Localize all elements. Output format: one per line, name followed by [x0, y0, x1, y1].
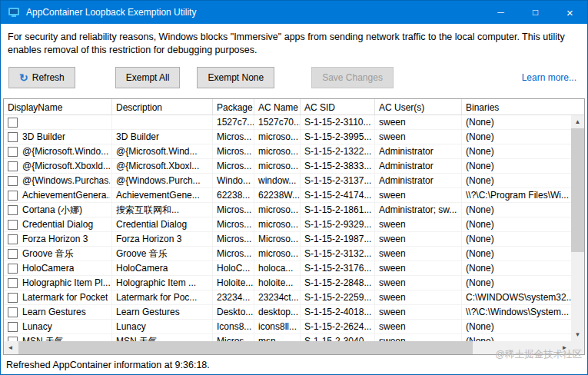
displayname-text: @{Microsoft.Windo... [22, 146, 108, 157]
row-checkbox[interactable] [8, 132, 18, 142]
refresh-button[interactable]: ↻ Refresh [8, 67, 75, 88]
table-cell: sween [375, 320, 462, 334]
table-cell: icons8ll... [254, 320, 301, 334]
scroll-up-icon[interactable]: ▲ [571, 115, 584, 128]
row-checkbox[interactable] [8, 264, 18, 274]
horizontal-scrollbar-thumb[interactable] [18, 341, 473, 354]
cell-displayname: Forza Horizon 3 [4, 232, 112, 246]
table-cell: sween [375, 276, 462, 290]
column-header-ac-sid[interactable]: AC SID [301, 99, 375, 114]
exempt-none-button[interactable]: Exempt None [197, 67, 274, 88]
column-header-package[interactable]: Package [213, 99, 254, 114]
minimize-button[interactable]: ─ [483, 1, 518, 24]
cell-displayname: 3D Builder [4, 130, 112, 144]
row-checkbox[interactable] [8, 205, 18, 215]
row-checkbox[interactable] [8, 191, 18, 201]
horizontal-scrollbar-track[interactable] [17, 341, 558, 354]
cell-displayname: MSN 天气 [4, 334, 112, 341]
table-cell: S-1-15-2-1861... [301, 203, 375, 217]
exempt-all-button[interactable]: Exempt All [115, 67, 181, 88]
column-header-displayname[interactable]: DisplayName [4, 99, 112, 114]
horizontal-scrollbar[interactable]: ◄ ► [4, 341, 571, 354]
displayname-text: Holographic Item Pl... [22, 277, 110, 288]
vertical-scrollbar[interactable]: ▲ ▼ [571, 115, 584, 341]
table-row[interactable]: Groove 音乐Groove 音乐Micros...microso...S-1… [4, 247, 571, 261]
table-row[interactable]: AchievementGenera...AchievementGene...62… [4, 188, 571, 203]
table-cell: Latermark for Poc... [112, 290, 213, 304]
displayname-text: MSN 天气 [22, 335, 64, 342]
table-row[interactable]: Credential DialogCredential DialogMicros… [4, 217, 571, 232]
table-row[interactable]: @{Windows.Purchas...@{Windows.Purch...Wi… [4, 174, 571, 188]
displayname-text: @{Microsoft.Xboxld... [22, 161, 110, 171]
displayname-text: AchievementGenera... [22, 190, 110, 201]
table-cell: S-1-15-2-1322... [301, 144, 375, 158]
table-cell: S-1-15-2-3137... [301, 174, 375, 188]
table-cell: \\?\C:\Windows\System... [462, 305, 571, 319]
row-checkbox[interactable] [8, 322, 18, 332]
table-cell: (None) [462, 261, 571, 275]
cell-displayname: Credential Dialog [4, 217, 112, 231]
table-cell [112, 115, 213, 129]
table-row[interactable]: MSN 天气MSN 天气Micros...msn...S-1-15-2-3040… [4, 334, 571, 341]
table-row[interactable]: 1527c7...1527c70...S-1-15-2-3110...sween… [4, 115, 571, 130]
table-row[interactable]: Learn GesturesLearn GesturesDeskto...des… [4, 305, 571, 320]
table-row[interactable]: @{Microsoft.Xboxld...@{Microsoft.Xboxl..… [4, 159, 571, 174]
row-checkbox[interactable] [8, 147, 18, 157]
column-header-ac-name[interactable]: AC Name [254, 99, 301, 114]
table-cell: @{Microsoft.Wind... [112, 144, 213, 158]
column-header-binaries[interactable]: Binaries [462, 99, 571, 114]
table-row[interactable]: 3D Builder3D BuilderMicros...microso...S… [4, 130, 571, 144]
table-cell: (None) [462, 334, 571, 341]
table-cell: 62238W... [254, 188, 301, 202]
displayname-text: HoloCamera [22, 263, 74, 274]
vertical-scrollbar-thumb[interactable] [571, 128, 584, 252]
table-row[interactable]: Cortana (小娜)搜索互联网和...Micros...microso...… [4, 203, 571, 217]
scroll-left-icon[interactable]: ◄ [4, 341, 17, 354]
table-row[interactable]: HoloCameraHoloCameraHoloC...holoca...S-1… [4, 261, 571, 276]
table-row[interactable]: Latermark for PocketLatermark for Poc...… [4, 290, 571, 305]
row-checkbox[interactable] [8, 307, 18, 317]
table-cell: (None) [462, 217, 571, 231]
table-cell: Windo... [213, 174, 254, 188]
table-row[interactable]: Holographic Item Pl...Holographic Item .… [4, 276, 571, 290]
table-cell: (None) [462, 320, 571, 334]
table-cell: S-1-15-2-2624... [301, 320, 375, 334]
maximize-button[interactable]: □ [518, 1, 553, 24]
table-cell: S-1-15-2-1987... [301, 232, 375, 246]
row-checkbox[interactable] [8, 278, 18, 288]
table-cell: S-1-15-2-3833... [301, 159, 375, 173]
displayname-text: Groove 音乐 [22, 247, 74, 261]
row-checkbox[interactable] [8, 234, 18, 244]
scroll-down-icon[interactable]: ▼ [571, 328, 584, 341]
table-row[interactable]: Forza Horizon 3Forza Horizon 3Micros...M… [4, 232, 571, 247]
cell-displayname: Learn Gestures [4, 305, 112, 319]
table-cell: Holoite... [213, 276, 254, 290]
vertical-scrollbar-track[interactable] [571, 128, 584, 328]
learn-more-link[interactable]: Learn more... [522, 72, 576, 83]
row-checkbox[interactable] [8, 249, 18, 259]
titlebar[interactable]: AppContainer Loopback Exemption Utility … [1, 1, 587, 24]
table-cell: 62238... [213, 188, 254, 202]
table-cell: Deskto... [213, 305, 254, 319]
table-cell: S-1-15-2-3176... [301, 261, 375, 275]
cell-displayname: Cortana (小娜) [4, 203, 112, 217]
table-cell: microso... [254, 203, 301, 217]
table-cell: Micros... [213, 203, 254, 217]
row-checkbox[interactable] [8, 176, 18, 186]
row-checkbox[interactable] [8, 220, 18, 230]
close-button[interactable]: × [553, 1, 587, 24]
cell-displayname: HoloCamera [4, 261, 112, 275]
column-header-description[interactable]: Description [112, 99, 213, 114]
table-cell: HoloCamera [112, 261, 213, 275]
table-cell: 23234... [213, 290, 254, 304]
table-cell: S-1-15-2-3110... [301, 115, 375, 129]
table-cell: sween [375, 130, 462, 144]
row-checkbox[interactable] [8, 293, 18, 303]
column-header-ac-user-s-[interactable]: AC User(s) [375, 99, 462, 114]
table-row[interactable]: LunacyLunacyIcons8...icons8ll...S-1-15-2… [4, 320, 571, 334]
table-row[interactable]: @{Microsoft.Windo...@{Microsoft.Wind...M… [4, 144, 571, 159]
row-checkbox[interactable] [8, 161, 18, 171]
row-checkbox[interactable] [8, 118, 18, 128]
table-cell: holoca... [254, 261, 301, 275]
appcontainer-table: DisplayNameDescriptionPackageAC NameAC S… [3, 98, 585, 355]
